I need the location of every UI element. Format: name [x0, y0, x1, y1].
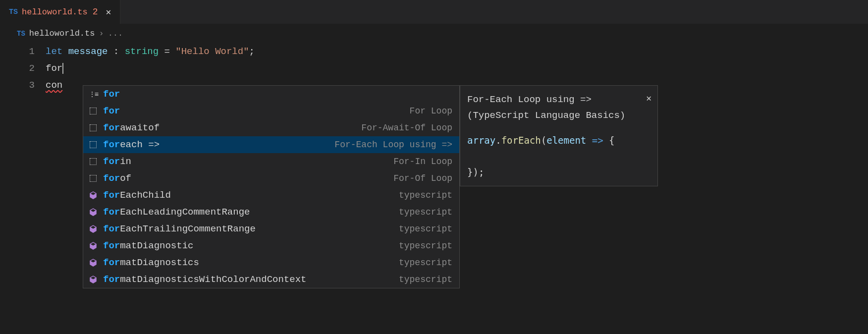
suggestion-item[interactable]: ⋮≡for [83, 86, 459, 94]
documentation-panel: ✕ For-Each Loop using => (TypeScript Lan… [460, 85, 658, 94]
code-line[interactable]: let message : string = "Hello World"; [46, 43, 255, 60]
close-icon[interactable]: ✕ [646, 91, 651, 94]
error-token: con [46, 80, 62, 91]
tab-modified-count: 2 [93, 7, 98, 17]
line-number: 3 [0, 77, 35, 94]
token-variable: message [68, 46, 108, 57]
tab-bar: TS helloworld.ts 2 ✕ [0, 0, 868, 24]
tab-helloworld[interactable]: TS helloworld.ts 2 ✕ [0, 0, 120, 24]
line-number: 2 [0, 60, 35, 77]
token-keyword: let [46, 46, 62, 57]
keyword-icon: ⋮≡ [89, 90, 98, 94]
chevron-right-icon: › [99, 29, 104, 38]
close-icon[interactable]: ✕ [106, 6, 111, 17]
breadcrumb[interactable]: TS helloworld.ts › ... [0, 24, 868, 43]
tab-filename: helloworld.ts [22, 7, 88, 17]
code-line[interactable]: for [46, 60, 255, 77]
suggestion-label: for [103, 89, 452, 94]
intellisense-popup[interactable]: ⋮≡forforFor LoopforawaitofFor-Await-Of L… [83, 85, 460, 94]
breadcrumb-filename: helloworld.ts [29, 29, 95, 38]
ts-file-icon: TS [9, 8, 18, 16]
token-type: string [125, 46, 159, 57]
gutter: 1 2 3 [0, 43, 46, 94]
breadcrumb-more[interactable]: ... [108, 29, 123, 38]
line-number: 1 [0, 43, 35, 60]
ts-file-icon: TS [17, 30, 25, 38]
docs-title: For-Each Loop using => (TypeScript Langu… [467, 92, 651, 94]
token-string: "Hello World" [175, 46, 249, 57]
typed-text: for [46, 63, 63, 74]
